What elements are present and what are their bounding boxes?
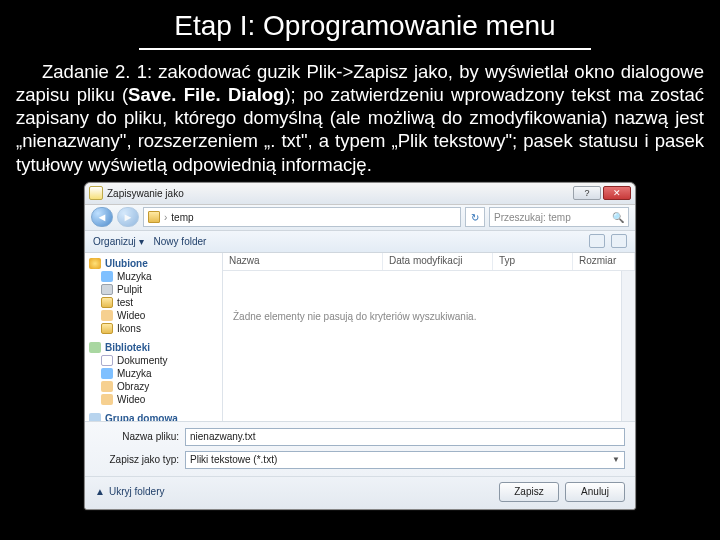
video-icon bbox=[101, 310, 113, 321]
file-list[interactable]: Nazwa Data modyfikacji Typ Rozmiar Żadne… bbox=[223, 253, 635, 421]
cancel-button[interactable]: Anuluj bbox=[565, 482, 625, 502]
close-button[interactable]: ✕ bbox=[603, 186, 631, 200]
filename-label: Nazwa pliku: bbox=[95, 431, 179, 442]
chevron-right-icon: › bbox=[164, 212, 167, 223]
tree-group-favorites[interactable]: Ulubione bbox=[105, 258, 148, 269]
empty-message: Żadne elementy nie pasują do kryteriów w… bbox=[223, 271, 635, 362]
pictures-icon bbox=[101, 381, 113, 392]
chevron-up-icon: ▲ bbox=[95, 486, 105, 497]
tree-item[interactable]: Dokumenty bbox=[117, 355, 168, 366]
search-icon: 🔍 bbox=[612, 212, 624, 223]
save-file-dialog: Zapisywanie jako ? ✕ ◄ ► › temp ↻ Przesz… bbox=[84, 182, 636, 510]
library-icon bbox=[89, 342, 101, 353]
save-button[interactable]: Zapisz bbox=[499, 482, 559, 502]
filetype-combo[interactable]: Pliki tekstowe (*.txt) ▼ bbox=[185, 451, 625, 469]
column-date[interactable]: Data modyfikacji bbox=[383, 253, 493, 270]
nav-tree[interactable]: Ulubione Muzyka Pulpit test Wideo Ikons … bbox=[85, 253, 223, 421]
slide-title: Etap I: Oprogramowanie menu bbox=[139, 8, 591, 50]
tree-item[interactable]: Pulpit bbox=[117, 284, 142, 295]
breadcrumb[interactable]: › temp bbox=[143, 207, 461, 227]
music-icon bbox=[101, 368, 113, 379]
nav-forward-button[interactable]: ► bbox=[117, 207, 139, 227]
tree-item[interactable]: Wideo bbox=[117, 310, 145, 321]
nav-back-button[interactable]: ◄ bbox=[91, 207, 113, 227]
dialog-title: Zapisywanie jako bbox=[107, 188, 184, 199]
tree-item[interactable]: Ikons bbox=[117, 323, 141, 334]
help-icon[interactable] bbox=[611, 234, 627, 248]
tree-group-homegroup[interactable]: Grupa domowa bbox=[105, 413, 178, 421]
tree-item[interactable]: Wideo bbox=[117, 394, 145, 405]
tree-item[interactable]: test bbox=[117, 297, 133, 308]
homegroup-icon bbox=[89, 413, 101, 421]
breadcrumb-segment[interactable]: temp bbox=[171, 212, 193, 223]
music-icon bbox=[101, 271, 113, 282]
new-folder-button[interactable]: Nowy folder bbox=[154, 236, 207, 247]
tree-item[interactable]: Obrazy bbox=[117, 381, 149, 392]
hide-folders-toggle[interactable]: ▲ Ukryj foldery bbox=[95, 486, 164, 497]
search-input[interactable]: Przeszukaj: temp 🔍 bbox=[489, 207, 629, 227]
document-icon bbox=[101, 355, 113, 366]
filename-input[interactable]: nienazwany.txt bbox=[185, 428, 625, 446]
chevron-down-icon: ▼ bbox=[612, 455, 620, 464]
folder-icon bbox=[101, 323, 113, 334]
folder-icon bbox=[148, 211, 160, 223]
video-icon bbox=[101, 394, 113, 405]
tree-item[interactable]: Muzyka bbox=[117, 368, 151, 379]
tree-item[interactable]: Muzyka bbox=[117, 271, 151, 282]
column-name[interactable]: Nazwa bbox=[223, 253, 383, 270]
column-type[interactable]: Typ bbox=[493, 253, 573, 270]
view-options-button[interactable] bbox=[589, 234, 605, 248]
task-description: Zadanie 2. 1: zakodować guzik Plik->Zapi… bbox=[14, 60, 706, 176]
dialog-titlebar[interactable]: Zapisywanie jako ? ✕ bbox=[85, 183, 635, 205]
star-icon bbox=[89, 258, 101, 269]
column-size[interactable]: Rozmiar bbox=[573, 253, 635, 270]
organize-menu[interactable]: Organizuj ▾ bbox=[93, 236, 144, 247]
folder-icon bbox=[101, 297, 113, 308]
search-placeholder: Przeszukaj: temp bbox=[494, 212, 571, 223]
desktop-icon bbox=[101, 284, 113, 295]
filetype-label: Zapisz jako typ: bbox=[95, 454, 179, 465]
refresh-button[interactable]: ↻ bbox=[465, 207, 485, 227]
scrollbar[interactable] bbox=[621, 271, 635, 421]
tree-group-libraries[interactable]: Biblioteki bbox=[105, 342, 150, 353]
help-button[interactable]: ? bbox=[573, 186, 601, 200]
app-icon bbox=[89, 186, 103, 200]
